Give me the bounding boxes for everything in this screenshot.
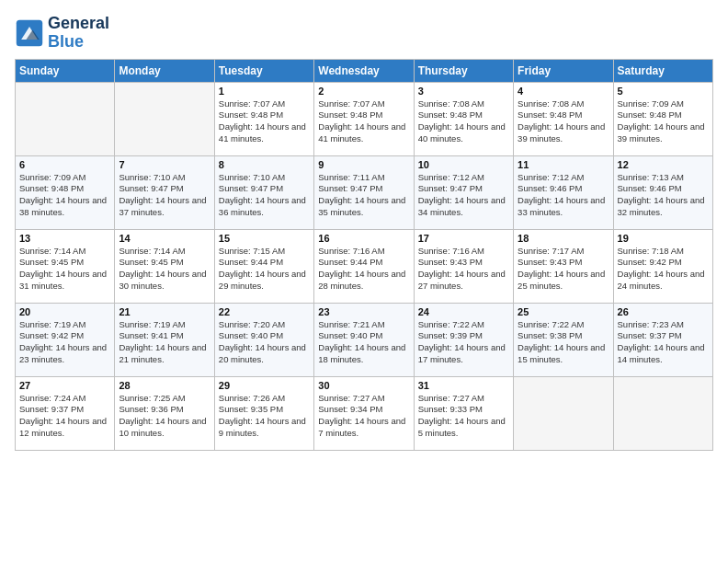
calendar-day-cell: 2Sunrise: 7:07 AM Sunset: 9:48 PM Daylig… (314, 82, 414, 155)
day-info: Sunrise: 7:21 AM Sunset: 9:40 PM Dayligh… (318, 319, 409, 366)
calendar-day-cell (514, 376, 613, 450)
calendar-week-row: 1Sunrise: 7:07 AM Sunset: 9:48 PM Daylig… (16, 82, 713, 155)
calendar-day-cell (613, 376, 712, 450)
day-info: Sunrise: 7:20 AM Sunset: 9:40 PM Dayligh… (219, 319, 310, 366)
day-number: 8 (219, 159, 310, 170)
weekday-header: Saturday (613, 59, 712, 82)
day-number: 11 (518, 159, 609, 170)
day-number: 18 (518, 233, 609, 244)
calendar-day-cell: 19Sunrise: 7:18 AM Sunset: 9:42 PM Dayli… (613, 229, 712, 303)
day-number: 5 (618, 86, 709, 97)
calendar-day-cell: 3Sunrise: 7:08 AM Sunset: 9:48 PM Daylig… (414, 82, 513, 155)
day-number: 19 (618, 233, 709, 244)
day-number: 20 (19, 306, 110, 317)
day-info: Sunrise: 7:27 AM Sunset: 9:33 PM Dayligh… (418, 393, 509, 440)
weekday-header: Wednesday (314, 59, 414, 82)
calendar-day-cell: 17Sunrise: 7:16 AM Sunset: 9:43 PM Dayli… (414, 229, 513, 303)
day-number: 13 (19, 233, 110, 244)
calendar-day-cell: 24Sunrise: 7:22 AM Sunset: 9:39 PM Dayli… (414, 303, 513, 376)
day-number: 3 (418, 86, 509, 97)
calendar-day-cell: 9Sunrise: 7:11 AM Sunset: 9:47 PM Daylig… (314, 155, 414, 229)
day-info: Sunrise: 7:27 AM Sunset: 9:34 PM Dayligh… (318, 393, 409, 440)
calendar-day-cell: 26Sunrise: 7:23 AM Sunset: 9:37 PM Dayli… (613, 303, 712, 376)
day-info: Sunrise: 7:10 AM Sunset: 9:47 PM Dayligh… (219, 172, 310, 219)
day-info: Sunrise: 7:14 AM Sunset: 9:45 PM Dayligh… (119, 246, 210, 293)
day-number: 4 (518, 86, 609, 97)
day-number: 17 (418, 233, 509, 244)
calendar-day-cell: 6Sunrise: 7:09 AM Sunset: 9:48 PM Daylig… (16, 155, 115, 229)
logo: General Blue (15, 15, 109, 52)
day-info: Sunrise: 7:16 AM Sunset: 9:43 PM Dayligh… (418, 246, 509, 293)
calendar-day-cell: 15Sunrise: 7:15 AM Sunset: 9:44 PM Dayli… (214, 229, 313, 303)
calendar-day-cell: 31Sunrise: 7:27 AM Sunset: 9:33 PM Dayli… (414, 376, 513, 450)
day-number: 23 (318, 306, 409, 317)
day-info: Sunrise: 7:16 AM Sunset: 9:44 PM Dayligh… (318, 246, 409, 293)
calendar-day-cell: 27Sunrise: 7:24 AM Sunset: 9:37 PM Dayli… (16, 376, 115, 450)
day-info: Sunrise: 7:19 AM Sunset: 9:41 PM Dayligh… (119, 319, 210, 366)
day-number: 22 (219, 306, 310, 317)
calendar-day-cell: 4Sunrise: 7:08 AM Sunset: 9:48 PM Daylig… (514, 82, 613, 155)
day-info: Sunrise: 7:10 AM Sunset: 9:47 PM Dayligh… (119, 172, 210, 219)
day-info: Sunrise: 7:09 AM Sunset: 9:48 PM Dayligh… (618, 98, 709, 145)
calendar-day-cell: 21Sunrise: 7:19 AM Sunset: 9:41 PM Dayli… (115, 303, 214, 376)
day-number: 24 (418, 306, 509, 317)
day-info: Sunrise: 7:08 AM Sunset: 9:48 PM Dayligh… (518, 98, 609, 145)
page-header: General Blue (15, 15, 713, 52)
calendar-week-row: 13Sunrise: 7:14 AM Sunset: 9:45 PM Dayli… (16, 229, 713, 303)
logo-icon (15, 18, 44, 48)
day-info: Sunrise: 7:23 AM Sunset: 9:37 PM Dayligh… (618, 319, 709, 366)
day-info: Sunrise: 7:13 AM Sunset: 9:46 PM Dayligh… (618, 172, 709, 219)
day-info: Sunrise: 7:24 AM Sunset: 9:37 PM Dayligh… (19, 393, 110, 440)
day-number: 7 (119, 159, 210, 170)
day-number: 31 (418, 380, 509, 391)
day-number: 12 (618, 159, 709, 170)
calendar-day-cell: 5Sunrise: 7:09 AM Sunset: 9:48 PM Daylig… (613, 82, 712, 155)
calendar-day-cell: 12Sunrise: 7:13 AM Sunset: 9:46 PM Dayli… (613, 155, 712, 229)
day-number: 21 (119, 306, 210, 317)
calendar-day-cell: 22Sunrise: 7:20 AM Sunset: 9:40 PM Dayli… (214, 303, 313, 376)
day-number: 30 (318, 380, 409, 391)
day-number: 16 (318, 233, 409, 244)
day-number: 6 (19, 159, 110, 170)
day-info: Sunrise: 7:19 AM Sunset: 9:42 PM Dayligh… (19, 319, 110, 366)
calendar-day-cell: 28Sunrise: 7:25 AM Sunset: 9:36 PM Dayli… (115, 376, 214, 450)
weekday-header: Tuesday (214, 59, 313, 82)
day-info: Sunrise: 7:22 AM Sunset: 9:38 PM Dayligh… (518, 319, 609, 366)
calendar-day-cell: 25Sunrise: 7:22 AM Sunset: 9:38 PM Dayli… (514, 303, 613, 376)
day-info: Sunrise: 7:15 AM Sunset: 9:44 PM Dayligh… (219, 246, 310, 293)
calendar-day-cell: 29Sunrise: 7:26 AM Sunset: 9:35 PM Dayli… (214, 376, 313, 450)
calendar-day-cell (16, 82, 115, 155)
day-info: Sunrise: 7:25 AM Sunset: 9:36 PM Dayligh… (119, 393, 210, 440)
day-info: Sunrise: 7:08 AM Sunset: 9:48 PM Dayligh… (418, 98, 509, 145)
day-info: Sunrise: 7:18 AM Sunset: 9:42 PM Dayligh… (618, 246, 709, 293)
day-info: Sunrise: 7:07 AM Sunset: 9:48 PM Dayligh… (318, 98, 409, 145)
calendar-day-cell: 18Sunrise: 7:17 AM Sunset: 9:43 PM Dayli… (514, 229, 613, 303)
day-number: 27 (19, 380, 110, 391)
day-number: 9 (318, 159, 409, 170)
calendar-week-row: 6Sunrise: 7:09 AM Sunset: 9:48 PM Daylig… (16, 155, 713, 229)
day-number: 2 (318, 86, 409, 97)
day-info: Sunrise: 7:14 AM Sunset: 9:45 PM Dayligh… (19, 246, 110, 293)
calendar-day-cell: 8Sunrise: 7:10 AM Sunset: 9:47 PM Daylig… (214, 155, 313, 229)
logo-text: General Blue (48, 15, 109, 52)
day-number: 10 (418, 159, 509, 170)
day-number: 25 (518, 306, 609, 317)
calendar-day-cell: 16Sunrise: 7:16 AM Sunset: 9:44 PM Dayli… (314, 229, 414, 303)
day-info: Sunrise: 7:07 AM Sunset: 9:48 PM Dayligh… (219, 98, 310, 145)
calendar-day-cell: 23Sunrise: 7:21 AM Sunset: 9:40 PM Dayli… (314, 303, 414, 376)
calendar-week-row: 20Sunrise: 7:19 AM Sunset: 9:42 PM Dayli… (16, 303, 713, 376)
day-info: Sunrise: 7:26 AM Sunset: 9:35 PM Dayligh… (219, 393, 310, 440)
calendar-day-cell: 11Sunrise: 7:12 AM Sunset: 9:46 PM Dayli… (514, 155, 613, 229)
day-info: Sunrise: 7:12 AM Sunset: 9:47 PM Dayligh… (418, 172, 509, 219)
day-number: 15 (219, 233, 310, 244)
weekday-header: Monday (115, 59, 214, 82)
weekday-header: Friday (514, 59, 613, 82)
weekday-header: Thursday (414, 59, 513, 82)
calendar-day-cell: 14Sunrise: 7:14 AM Sunset: 9:45 PM Dayli… (115, 229, 214, 303)
calendar-day-cell: 30Sunrise: 7:27 AM Sunset: 9:34 PM Dayli… (314, 376, 414, 450)
day-number: 28 (119, 380, 210, 391)
day-info: Sunrise: 7:12 AM Sunset: 9:46 PM Dayligh… (518, 172, 609, 219)
day-info: Sunrise: 7:09 AM Sunset: 9:48 PM Dayligh… (19, 172, 110, 219)
calendar-day-cell: 1Sunrise: 7:07 AM Sunset: 9:48 PM Daylig… (214, 82, 313, 155)
calendar-day-cell: 20Sunrise: 7:19 AM Sunset: 9:42 PM Dayli… (16, 303, 115, 376)
